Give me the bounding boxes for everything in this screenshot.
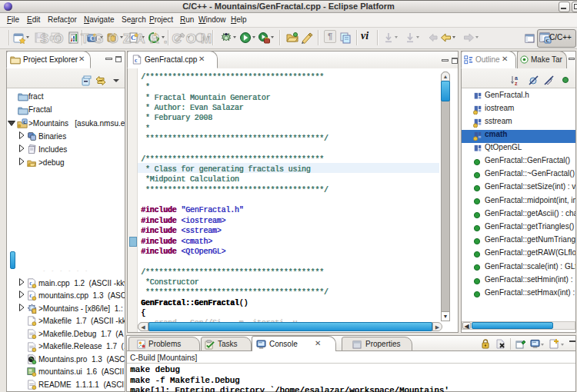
svg-text:c: c <box>135 57 138 64</box>
svg-text:C: C <box>23 120 26 125</box>
svg-text:a: a <box>515 75 518 81</box>
svg-text:z: z <box>515 81 518 86</box>
